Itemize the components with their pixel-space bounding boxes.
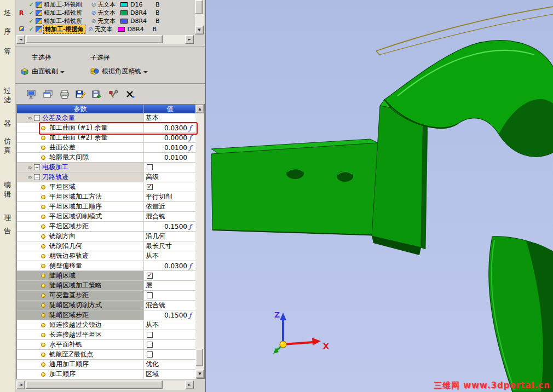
param-row[interactable]: 陡峭区域 [17, 271, 197, 281]
param-group-row[interactable]: ∞−刀路轨迹 高级 [17, 172, 197, 182]
param-value[interactable]: 最长尺寸 [146, 241, 172, 251]
param-row[interactable]: 陡峭区域切削方式 混合铣 [17, 301, 197, 310]
delete-icon[interactable] [124, 89, 136, 100]
save-export-icon[interactable] [91, 89, 103, 100]
param-checkbox[interactable] [147, 332, 153, 338]
param-row[interactable]: 陡峭区域步距 0.1500ƒ [17, 310, 197, 320]
sub-selector-combo[interactable]: 根据角度精铣 [90, 65, 177, 78]
param-value[interactable]: 优化 [146, 360, 159, 369]
operation-row[interactable]: ✓ 粗加工-环铣削 ⊘ 无文本 D16 B [15, 1, 194, 9]
param-value[interactable]: 平行切削 [146, 192, 172, 201]
side-tab[interactable]: 编 [4, 181, 11, 189]
main-selector-combo[interactable]: 曲面铣削 [20, 65, 87, 78]
tools-icon[interactable] [107, 89, 120, 100]
param-value[interactable]: 从不 [146, 251, 159, 261]
param-value[interactable]: 层 [146, 281, 152, 290]
side-tab[interactable]: 器 [4, 119, 11, 128]
param-row[interactable]: 曲面公差 0.0100ƒ [17, 143, 197, 153]
param-row[interactable]: 加工顺序 区域 [17, 370, 197, 379]
param-row[interactable]: 平坦区域 [17, 182, 197, 192]
param-row[interactable]: 平坦区域步距 0.1500ƒ [17, 222, 197, 232]
param-row[interactable]: 通用加工顺序 优化 [17, 360, 197, 370]
operation-name[interactable]: 精加工-精铣所 [44, 9, 90, 17]
param-row[interactable]: 长连接越过平坦区 [17, 330, 197, 340]
collapse-toggle-icon[interactable]: + [34, 164, 40, 170]
operation-name[interactable]: 精加工-精铣所 [44, 17, 90, 25]
scroll-left-icon[interactable]: ◄ [16, 381, 25, 389]
collapse-toggle-icon[interactable]: − [34, 115, 40, 121]
operation-row[interactable]: ✓ 精加工-精铣所 ⊘ 无文本 D8R4 B [15, 17, 194, 25]
param-row[interactable]: 陡峭区域加工策略 层 [17, 281, 197, 291]
param-value-number[interactable]: 0.0300 [146, 262, 187, 270]
scroll-right-icon[interactable]: ► [185, 35, 194, 44]
param-checkbox[interactable] [147, 164, 153, 170]
save-edit-icon[interactable] [74, 89, 87, 100]
copy-window-icon[interactable] [42, 89, 54, 100]
param-value[interactable]: 依最近 [146, 202, 165, 211]
parameters-vertical-scrollbar[interactable]: ▲ ▼ [195, 105, 204, 378]
param-value-number[interactable]: 0.0300 [146, 124, 187, 132]
operation-name[interactable]: 粗加工-环铣削 [44, 1, 90, 9]
param-value-number[interactable]: 0.1500 [146, 223, 187, 230]
collapse-toggle-icon[interactable]: − [34, 174, 40, 180]
param-value-number[interactable]: 0.0100 [146, 154, 187, 162]
scroll-down-icon[interactable]: ▼ [195, 370, 204, 378]
param-row[interactable]: 铣削至Z最低点 [17, 350, 197, 360]
param-group-row[interactable]: ∞+电极加工 [17, 163, 197, 172]
operations-horizontal-scrollbar[interactable]: ◄ ► [16, 35, 194, 44]
side-tab[interactable]: 仿 [4, 137, 11, 145]
param-row[interactable]: 轮廓最大间隙 0.0100 [17, 153, 197, 163]
side-tab[interactable]: 真 [4, 146, 11, 154]
param-row[interactable]: 铣削方向 沿几何 [17, 232, 197, 241]
param-value[interactable]: 从不 [146, 320, 159, 330]
param-value[interactable]: 基本 [146, 113, 159, 123]
param-value-number[interactable]: 0.0000 [146, 134, 187, 142]
side-tab[interactable]: 过 [4, 87, 11, 95]
param-row[interactable]: 平坦区域加工顺序 依最近 [17, 202, 197, 212]
parameters-horizontal-scrollbar[interactable]: ◄ ► [16, 381, 194, 390]
param-value[interactable]: 沿几何 [146, 232, 165, 241]
param-row[interactable]: 铣削沿几何 最长尺寸 [17, 241, 197, 251]
param-value[interactable]: 区域 [146, 370, 159, 379]
scroll-left-icon[interactable]: ◄ [16, 35, 25, 44]
param-row[interactable]: 平坦区域加工方法 平行切削 [17, 192, 197, 202]
param-row[interactable]: 可变垂直步距 [17, 291, 197, 301]
operation-row[interactable]: R ✓ 精加工-精铣所 ⊘ 无文本 D8R4 B [15, 9, 194, 17]
display-icon[interactable] [25, 89, 38, 100]
param-value-number[interactable]: 0.0100 [146, 144, 187, 152]
param-row[interactable]: 侧壁偏移量 0.0300ƒ [17, 261, 197, 271]
side-tab[interactable]: 滤 [4, 96, 11, 104]
param-checkbox[interactable] [147, 273, 153, 279]
operation-name[interactable]: 精加工-根据角 [44, 25, 85, 33]
side-tab[interactable]: 坯 [4, 9, 11, 17]
side-tab[interactable]: 序 [4, 27, 11, 36]
param-row[interactable]: 平坦区域切削模式 混合铣 [17, 212, 197, 222]
printer-icon[interactable] [58, 89, 71, 100]
param-value[interactable]: 混合铣 [146, 301, 165, 310]
scrollbar-thumb[interactable] [195, 349, 203, 366]
param-value-number[interactable]: 0.1500 [146, 312, 187, 319]
param-row[interactable]: 加工曲面 (#2) 余量 0.0000ƒ [17, 133, 197, 143]
scrollbar-thumb[interactable] [26, 35, 163, 43]
param-row[interactable]: 水平面补铣 [17, 340, 197, 350]
param-group-row[interactable]: ∞−公差及余量 基本 [17, 113, 197, 123]
scrollbar-thumb[interactable] [26, 381, 163, 389]
value-column-header[interactable]: 值 [144, 105, 196, 113]
operations-vertical-scrollbar[interactable]: ▼ [195, 0, 204, 34]
param-row[interactable]: 精铣边界轨迹 从不 [17, 251, 197, 261]
param-row[interactable]: 短连接越过尖锐边 从不 [17, 320, 197, 330]
param-value[interactable]: 高级 [146, 172, 159, 182]
param-row[interactable]: 加工曲面 (#1) 余量 0.0300ƒ [17, 123, 197, 133]
side-tab[interactable]: 理 [4, 214, 11, 222]
operation-row-selected[interactable]: ✓ 精加工-根据角 ⊘ 无文本 D8R4 B [15, 25, 194, 33]
viewport-3d[interactable]: Z X 三维网 www.3dportal.cn [205, 0, 553, 392]
scroll-up-icon[interactable]: ▲ [195, 105, 204, 113]
param-value[interactable]: 混合铣 [146, 212, 165, 221]
side-tab[interactable]: 辑 [4, 190, 11, 198]
scroll-down-icon[interactable]: ▼ [195, 26, 204, 34]
param-checkbox[interactable] [147, 184, 153, 190]
side-tab[interactable]: 告 [4, 227, 11, 235]
scrollbar-thumb[interactable] [195, 0, 203, 14]
param-checkbox[interactable] [147, 292, 153, 298]
param-column-header[interactable]: 参数 [17, 105, 144, 113]
